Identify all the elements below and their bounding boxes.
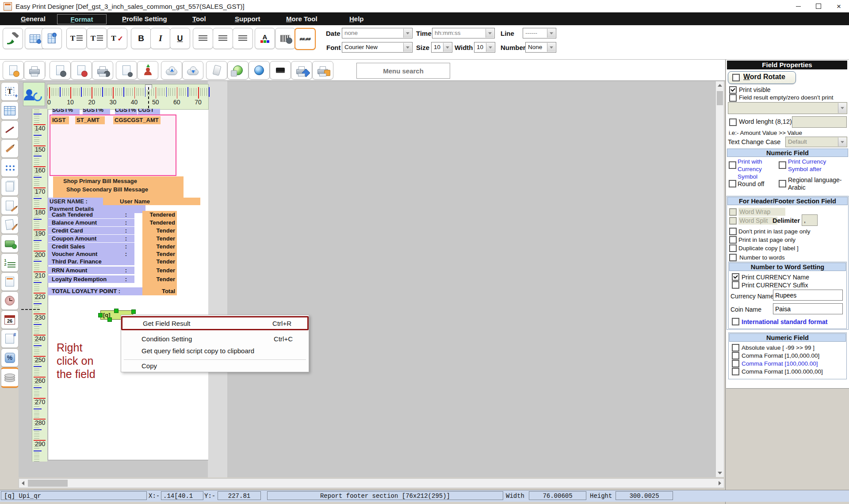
menu-item-get-query-script[interactable]: Get query field script copy to clipboard bbox=[121, 345, 309, 357]
chevron-down-icon[interactable] bbox=[838, 137, 846, 146]
comma-format3-checkbox[interactable] bbox=[732, 368, 739, 375]
word-split-checkbox[interactable] bbox=[729, 217, 737, 225]
user-name-field[interactable]: User Name bbox=[103, 198, 200, 205]
chevron-down-icon[interactable] bbox=[547, 43, 555, 52]
size-dropdown[interactable]: 10 bbox=[431, 42, 452, 53]
number-to-words-checkbox[interactable] bbox=[729, 254, 737, 261]
chevron-down-icon[interactable] bbox=[838, 103, 846, 113]
web-globe-button[interactable] bbox=[249, 61, 270, 80]
text-check-button[interactable]: T✓ bbox=[107, 28, 127, 49]
numbered-list-button[interactable]: 12 bbox=[1, 253, 19, 272]
payment-row-value[interactable]: Tender bbox=[142, 267, 175, 274]
scroll-up-button[interactable] bbox=[716, 81, 724, 89]
table-column-button[interactable] bbox=[42, 28, 62, 49]
percent-discount-button[interactable]: % bbox=[1, 348, 19, 367]
payment-row-value[interactable]: Tendered bbox=[142, 219, 175, 226]
scroll-right-button[interactable] bbox=[716, 479, 724, 488]
text-justify-style-button[interactable]: T bbox=[87, 28, 107, 49]
print-preview-button[interactable] bbox=[3, 61, 24, 80]
underline-button[interactable]: U bbox=[170, 28, 190, 49]
word-rotate-button[interactable]: Word Rotate bbox=[728, 71, 796, 84]
minimize-button[interactable] bbox=[788, 0, 808, 12]
font-dropdown[interactable]: Courier New bbox=[342, 42, 413, 53]
print-currency-name-checkbox[interactable] bbox=[732, 273, 739, 281]
dot-matrix-button[interactable] bbox=[1, 158, 19, 177]
device-connector-button[interactable] bbox=[270, 61, 291, 80]
chevron-down-icon[interactable] bbox=[486, 29, 494, 38]
cloud-upload-button[interactable] bbox=[161, 61, 182, 80]
shop-message-block[interactable]: Shop Primary Bill Message Shop Secondary… bbox=[53, 176, 184, 198]
total-loyalty-value[interactable]: Total bbox=[142, 287, 175, 295]
line-dropdown[interactable]: ------ bbox=[523, 28, 556, 38]
round-off-checkbox[interactable] bbox=[729, 180, 736, 187]
field-igst[interactable]: IGST bbox=[51, 116, 69, 124]
layout-panel-button[interactable] bbox=[1, 101, 19, 120]
duplicate-copy-checkbox[interactable] bbox=[729, 244, 737, 252]
resize-handle-top[interactable] bbox=[114, 309, 119, 313]
print-button[interactable] bbox=[24, 61, 45, 80]
align-left-button[interactable] bbox=[193, 28, 213, 49]
scroll-left-button[interactable] bbox=[19, 479, 27, 488]
text-change-case-dropdown[interactable]: Default bbox=[785, 137, 847, 147]
payment-row-value[interactable]: Tender bbox=[142, 250, 175, 258]
payment-row-label[interactable]: Credit Sales: bbox=[48, 243, 134, 250]
menu-tool[interactable]: Tool bbox=[192, 14, 206, 23]
payment-row-label[interactable]: Coupon Amount: bbox=[48, 235, 134, 242]
maximize-button[interactable] bbox=[808, 0, 829, 12]
date-field-button[interactable]: 26 bbox=[1, 310, 19, 329]
printer-setup-button[interactable] bbox=[92, 61, 113, 80]
menu-format[interactable]: Format bbox=[57, 14, 107, 24]
card-reader-button[interactable] bbox=[206, 61, 227, 80]
scrollbar-thumb[interactable] bbox=[28, 480, 68, 487]
word-length-input[interactable] bbox=[792, 116, 847, 128]
payment-row-label[interactable]: Cash Tendered: bbox=[48, 211, 134, 218]
payment-row-value[interactable]: Tender bbox=[142, 258, 175, 265]
close-button[interactable]: × bbox=[829, 0, 849, 12]
field-cgscgst-amt[interactable]: CGSCGST_AMT bbox=[113, 116, 161, 124]
print-with-currency-checkbox[interactable] bbox=[729, 161, 736, 169]
add-image-card-button[interactable] bbox=[1, 234, 19, 253]
chevron-down-icon[interactable] bbox=[443, 43, 451, 52]
word-rotate-checkbox[interactable] bbox=[732, 74, 740, 81]
chevron-down-icon[interactable] bbox=[486, 43, 494, 52]
page-edit-button[interactable] bbox=[1, 196, 19, 215]
scroll-down-button[interactable] bbox=[716, 469, 724, 477]
time-field-button[interactable] bbox=[1, 291, 19, 310]
time-dropdown[interactable]: hh:mm:ss bbox=[432, 28, 495, 38]
payment-row-label[interactable]: Balance Amount: bbox=[48, 219, 134, 226]
cloud-download-button[interactable] bbox=[182, 61, 203, 80]
report-delete-button[interactable] bbox=[71, 61, 92, 80]
regional-arabic-checkbox[interactable] bbox=[779, 180, 786, 187]
bold-button[interactable]: B bbox=[131, 28, 151, 49]
web-print-button[interactable] bbox=[227, 61, 249, 80]
align-center-button[interactable] bbox=[213, 28, 233, 49]
user-name-label[interactable]: USER NAME : bbox=[48, 198, 105, 205]
payment-row-value[interactable]: Tender bbox=[142, 227, 175, 234]
chevron-down-icon[interactable] bbox=[547, 29, 555, 38]
field-sgst1[interactable]: SGST% bbox=[52, 109, 80, 115]
empty-dropdown[interactable] bbox=[728, 102, 847, 114]
coin-name-input[interactable] bbox=[773, 303, 843, 314]
menu-item-get-field-result[interactable]: Get Field Result Ctrl+R bbox=[121, 316, 309, 330]
report-settings-button[interactable] bbox=[50, 61, 71, 80]
payment-row-label[interactable]: Voucher Amount: bbox=[48, 250, 134, 258]
printer-gear-button[interactable] bbox=[291, 61, 312, 80]
payment-row-value[interactable]: Tender bbox=[142, 235, 175, 242]
menu-profile-setting[interactable]: Profile Setting bbox=[122, 14, 167, 23]
horizontal-scrollbar[interactable] bbox=[19, 478, 724, 488]
currency-coins-button[interactable] bbox=[1, 367, 19, 388]
refresh-user-button[interactable] bbox=[23, 82, 45, 106]
scrollbar-thumb[interactable] bbox=[717, 91, 723, 105]
resize-handle-right[interactable] bbox=[131, 309, 136, 314]
printer-list-button[interactable] bbox=[312, 61, 333, 80]
print-currency-suffix-checkbox[interactable] bbox=[732, 281, 739, 289]
word-wrap-checkbox[interactable] bbox=[729, 208, 737, 216]
number-dropdown[interactable]: None bbox=[525, 42, 556, 53]
comma-format2-checkbox[interactable] bbox=[732, 360, 739, 367]
field-cgst[interactable]: CGST bbox=[138, 109, 160, 115]
payment-row-value[interactable]: Tendered bbox=[142, 211, 175, 218]
search-input[interactable] bbox=[356, 63, 450, 79]
draw-line-button[interactable] bbox=[1, 120, 19, 139]
resize-handle-bottom[interactable] bbox=[107, 317, 112, 322]
currency-name-input[interactable] bbox=[773, 290, 843, 301]
